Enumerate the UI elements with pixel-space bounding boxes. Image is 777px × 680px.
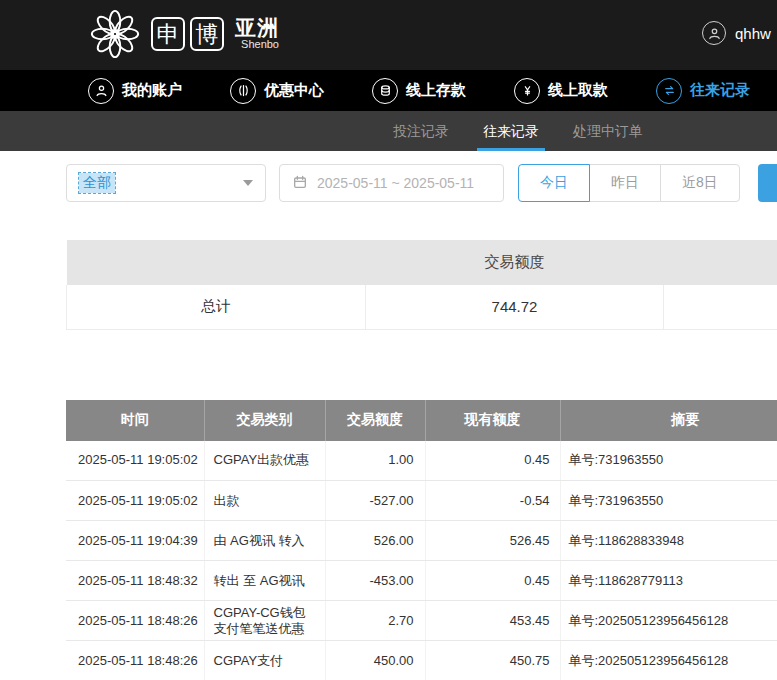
yesterday-button[interactable]: 昨日 [589, 164, 661, 202]
table-row: 2025-05-11 19:05:02 出款 -527.00 -0.54 单号:… [66, 481, 777, 521]
cell-summary: 单号:118628779113 [560, 561, 777, 601]
summary-total-value: 744.72 [366, 285, 664, 329]
sub-nav: 投注记录 往来记录 处理中订单 [0, 111, 777, 151]
username: qhhw [735, 25, 771, 42]
col-header-balance: 现有额度 [425, 400, 560, 441]
cell-balance: 0.45 [425, 441, 560, 481]
cell-amount: 1.00 [325, 441, 425, 481]
nav-item-online-deposit[interactable]: 线上存款 [372, 78, 466, 104]
cell-balance: 453.45 [425, 601, 560, 641]
summary-total-row: 总计 744.72 [67, 285, 777, 329]
cell-type: CGPAY出款优惠 [204, 441, 325, 481]
nav-label: 优惠中心 [264, 81, 324, 100]
brand-logo: 申 博 亚洲 Shenbo [88, 7, 279, 61]
today-button[interactable]: 今日 [518, 164, 590, 202]
cell-summary: 单号:202505123956456128 [560, 641, 777, 680]
records-icon [656, 78, 682, 104]
cell-summary: 单号:118628833948 [560, 521, 777, 561]
main-nav: 我的账户 优惠中心 线上存款 [0, 70, 777, 111]
summary-total-extra [664, 285, 777, 329]
filter-bar: 全部 2025-05-11 ~ 2025-05-11 今日 昨日 近8日 [66, 164, 777, 202]
logo-wordmark: 亚洲 Shenbo [235, 17, 279, 51]
table-row: 2025-05-11 18:48:26 CGPAY支付 450.00 450.7… [66, 641, 777, 680]
calendar-icon [292, 174, 308, 193]
cell-type: 出款 [204, 481, 325, 521]
deposit-icon [372, 78, 398, 104]
cell-amount: 450.00 [325, 641, 425, 680]
page: 申 博 亚洲 Shenbo qhhw 我的账户 [0, 0, 777, 680]
nav-item-my-account[interactable]: 我的账户 [88, 78, 182, 104]
table-row: 2025-05-11 18:48:26 CGPAY-CG钱包支付笔笔送优惠 2.… [66, 601, 777, 641]
col-header-amount: 交易额度 [325, 400, 425, 441]
nav-item-online-withdraw[interactable]: 线上取款 [514, 78, 608, 104]
records-table: 时间 交易类别 交易额度 现有额度 摘要 2025-05-11 19:05:02… [66, 400, 777, 680]
nav-item-transaction-records[interactable]: 往来记录 [656, 78, 750, 104]
cell-summary: 单号:731963550 [560, 441, 777, 481]
top-header: 申 博 亚洲 Shenbo qhhw [0, 0, 777, 70]
summary-total-label: 总计 [67, 285, 366, 329]
date-range-input[interactable]: 2025-05-11 ~ 2025-05-11 [279, 164, 504, 202]
nav-label: 往来记录 [690, 81, 750, 100]
nav-label: 线上存款 [406, 81, 466, 100]
cell-type: 由 AG视讯 转入 [204, 521, 325, 561]
summary-header-amount: 交易额度 [366, 240, 664, 285]
cell-amount: -453.00 [325, 561, 425, 601]
nav-label: 我的账户 [122, 81, 182, 100]
col-header-time: 时间 [66, 400, 204, 441]
last-8-days-button[interactable]: 近8日 [660, 164, 740, 202]
account-icon [88, 78, 114, 104]
logo-region-text: 亚洲 [235, 17, 279, 39]
chevron-down-icon [243, 180, 253, 186]
col-header-type: 交易类别 [204, 400, 325, 441]
cell-summary: 单号:731963550 [560, 481, 777, 521]
cell-type: CGPAY支付 [204, 641, 325, 680]
user-account-button[interactable]: qhhw [702, 21, 771, 45]
logo-subtitle: Shenbo [241, 39, 279, 51]
logo-char-1: 申 [151, 17, 185, 51]
date-range-value: 2025-05-11 ~ 2025-05-11 [317, 175, 474, 191]
cell-time: 2025-05-11 18:48:26 [66, 601, 204, 641]
tab-transaction-records[interactable]: 往来记录 [483, 111, 539, 151]
cell-amount: 526.00 [325, 521, 425, 561]
cell-time: 2025-05-11 19:05:02 [66, 441, 204, 481]
cell-time: 2025-05-11 18:48:32 [66, 561, 204, 601]
quick-date-buttons: 今日 昨日 近8日 [518, 164, 740, 202]
nav-label: 线上取款 [548, 81, 608, 100]
table-row: 2025-05-11 18:48:32 转出 至 AG视讯 -453.00 0.… [66, 561, 777, 601]
cell-balance: 450.75 [425, 641, 560, 680]
promo-icon [230, 78, 256, 104]
tab-processing-orders[interactable]: 处理中订单 [573, 111, 643, 151]
type-select[interactable]: 全部 [66, 164, 266, 202]
table-row: 2025-05-11 19:05:02 CGPAY出款优惠 1.00 0.45 … [66, 441, 777, 481]
withdraw-icon [514, 78, 540, 104]
cell-amount: 2.70 [325, 601, 425, 641]
search-button[interactable] [758, 164, 777, 202]
cell-type: 转出 至 AG视讯 [204, 561, 325, 601]
user-avatar-icon [702, 21, 726, 45]
flower-logo-icon [88, 7, 142, 61]
cell-summary: 单号:202505123956456128 [560, 601, 777, 641]
cell-time: 2025-05-11 18:48:26 [66, 641, 204, 680]
summary-table: 交易额度 总计 744.72 [66, 240, 777, 330]
summary-header-empty [67, 240, 366, 285]
logo-characters: 申 博 [151, 17, 224, 51]
cell-balance: -0.54 [425, 481, 560, 521]
tab-bet-records[interactable]: 投注记录 [393, 111, 449, 151]
cell-type: CGPAY-CG钱包支付笔笔送优惠 [204, 601, 325, 641]
records-header-row: 时间 交易类别 交易额度 现有额度 摘要 [66, 400, 777, 441]
cell-balance: 0.45 [425, 561, 560, 601]
summary-header-empty [664, 240, 777, 285]
cell-time: 2025-05-11 19:04:39 [66, 521, 204, 561]
nav-item-promo-center[interactable]: 优惠中心 [230, 78, 324, 104]
main-content: 全部 2025-05-11 ~ 2025-05-11 今日 昨日 近8日 [0, 164, 777, 680]
records-body: 2025-05-11 19:05:02 CGPAY出款优惠 1.00 0.45 … [66, 441, 777, 680]
type-select-value: 全部 [79, 173, 115, 193]
cell-balance: 526.45 [425, 521, 560, 561]
summary-header-row: 交易额度 [67, 240, 777, 285]
logo-char-2: 博 [190, 17, 224, 51]
cell-time: 2025-05-11 19:05:02 [66, 481, 204, 521]
table-row: 2025-05-11 19:04:39 由 AG视讯 转入 526.00 526… [66, 521, 777, 561]
cell-amount: -527.00 [325, 481, 425, 521]
col-header-summary: 摘要 [560, 400, 777, 441]
